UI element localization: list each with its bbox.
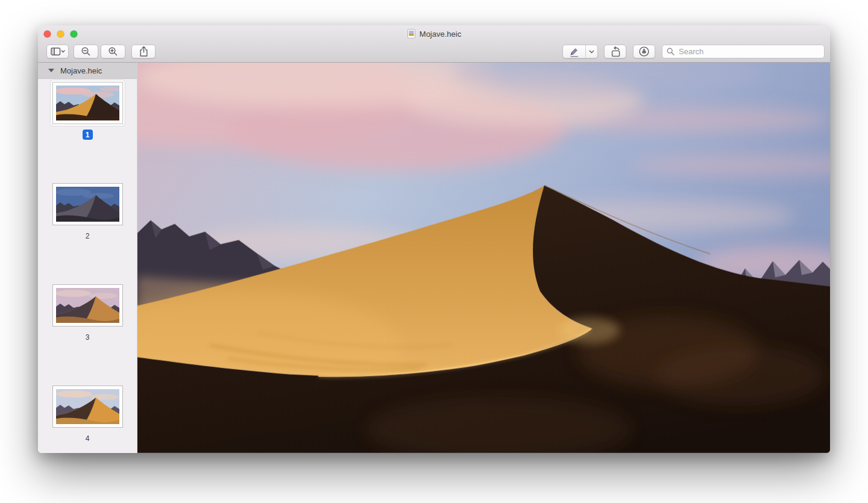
page-number-label: 4 <box>86 434 90 443</box>
thumbnail-frame <box>53 83 122 123</box>
thumbnail-frame <box>53 386 122 427</box>
rotate-left-icon <box>609 46 621 57</box>
highlighter-pen-icon <box>568 46 579 57</box>
thumbnail-item-4[interactable]: 4 <box>38 383 137 453</box>
show-markup-toolbar-button[interactable] <box>633 45 655 58</box>
sidebar-toggle-button[interactable] <box>46 45 69 58</box>
page-number-badge: 1 <box>83 130 93 140</box>
page-number-label: 2 <box>86 232 90 240</box>
thumbnail-item-2[interactable]: 2 <box>38 180 137 281</box>
thumbnail-image-night <box>56 187 119 222</box>
thumbnail-image-day2 <box>56 389 119 424</box>
thumbnail-item-1[interactable]: 1 <box>38 79 137 180</box>
search-icon <box>667 48 675 55</box>
titlebar: Mojave.heic <box>38 25 830 42</box>
thumbnail-frame <box>53 184 122 225</box>
zoom-in-button[interactable] <box>101 45 125 58</box>
toolbar <box>38 42 830 62</box>
zoom-out-icon <box>81 46 91 57</box>
pen-nib-circle-icon <box>638 46 650 57</box>
rotate-left-button[interactable] <box>604 45 626 58</box>
zoom-in-icon <box>108 46 118 57</box>
document-proxy-icon <box>407 29 416 39</box>
window-body: Mojave.heic <box>38 63 830 453</box>
crest-cusp-glow <box>559 317 620 343</box>
markup-pen-dropdown-button[interactable] <box>586 45 597 58</box>
thumbnail-list: 1 <box>38 79 137 453</box>
share-button[interactable] <box>131 45 156 58</box>
sidebar-icon <box>51 47 65 56</box>
mojave-dune-image <box>137 63 830 453</box>
share-icon <box>139 46 149 57</box>
thumbnail-image-dawn <box>56 288 119 323</box>
page-number-label: 3 <box>86 333 90 342</box>
search-field[interactable] <box>662 45 825 58</box>
window-chrome: Mojave.heic <box>38 25 830 63</box>
window-title: Mojave.heic <box>407 29 461 39</box>
disclosure-triangle-icon[interactable] <box>48 69 54 72</box>
preview-window: Mojave.heic <box>38 25 830 453</box>
chevron-down-icon <box>589 50 594 54</box>
zoom-button[interactable] <box>70 30 78 38</box>
markup-pen-button-group <box>562 45 598 58</box>
sidebar-header-label: Mojave.heic <box>60 66 102 75</box>
thumbnail-selection-frame <box>51 80 125 126</box>
markup-pen-button[interactable] <box>563 45 585 58</box>
search-input[interactable] <box>678 46 820 57</box>
sidebar-section-header[interactable]: Mojave.heic <box>38 63 137 79</box>
thumbnail-image-day <box>56 86 119 120</box>
document-image-view <box>137 63 830 453</box>
window-title-text: Mojave.heic <box>420 30 461 39</box>
traffic-lights <box>43 30 78 38</box>
sidebar: Mojave.heic <box>38 63 137 453</box>
zoom-out-button[interactable] <box>74 45 98 58</box>
close-button[interactable] <box>43 30 51 38</box>
thumbnail-frame <box>53 285 122 326</box>
thumbnail-item-3[interactable]: 3 <box>38 281 137 383</box>
minimize-button[interactable] <box>57 30 64 38</box>
